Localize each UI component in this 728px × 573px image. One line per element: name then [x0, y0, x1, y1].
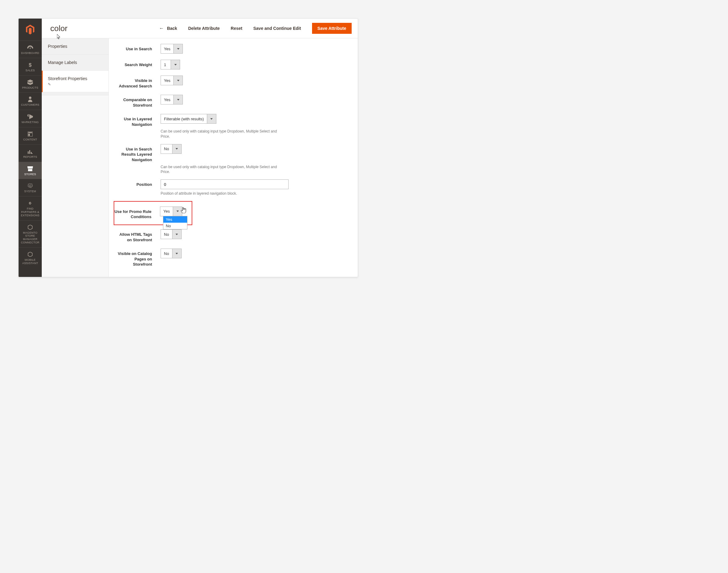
chevron-down-icon — [172, 249, 181, 258]
label-layered-navigation: Use in Layered Navigation — [115, 114, 160, 127]
select-value: Yes — [161, 95, 174, 104]
cursor-hand-icon — [181, 207, 186, 214]
svg-rect-5 — [28, 151, 29, 154]
chevron-down-icon — [174, 95, 183, 104]
label-search-weight: Search Weight — [115, 60, 160, 68]
svg-rect-8 — [32, 153, 33, 154]
delete-attribute-button[interactable]: Delete Attribute — [188, 26, 220, 31]
svg-text:$: $ — [29, 62, 32, 68]
tab-properties[interactable]: Properties — [42, 38, 108, 55]
gear-icon — [20, 183, 41, 189]
nav-sales[interactable]: $ SALES — [18, 58, 42, 75]
select-value: Yes — [161, 76, 174, 85]
nav-store-manager[interactable]: MAGENTO STORE MANAGER CONNECTOR — [18, 220, 42, 247]
tab-manage-labels[interactable]: Manage Labels — [42, 55, 108, 71]
field-search-results-layered: Use in Search Results Layered Navigation… — [115, 144, 346, 163]
select-value: Yes — [161, 44, 174, 53]
chevron-down-icon — [172, 144, 181, 154]
nav-label: SALES — [20, 69, 41, 72]
nav-find-partners[interactable]: FIND PARTNERS & EXTENSIONS — [18, 196, 42, 220]
nav-label: STORES — [20, 173, 41, 176]
select-value: Yes — [160, 207, 173, 216]
note-position: Position of attribute in layered navigat… — [160, 191, 286, 196]
content-area: Properties Manage Labels Storefront Prop… — [42, 38, 358, 277]
nav-marketing[interactable]: MARKETING — [18, 110, 42, 127]
megaphone-icon — [20, 114, 41, 120]
back-label: Back — [167, 26, 177, 31]
field-comparable-storefront: Comparable on Storefront Yes — [115, 95, 346, 108]
select-use-in-search[interactable]: Yes — [160, 44, 183, 54]
nav-label: PRODUCTS — [20, 86, 41, 90]
field-use-in-search: Use in Search Yes — [115, 44, 346, 54]
chevron-down-icon — [174, 76, 183, 85]
field-visible-catalog: Visible on Catalog Pages on Storefront N… — [115, 249, 346, 267]
nav-mobile-assistant[interactable]: MOBILE ASSISTANT — [18, 247, 42, 268]
form-panel: Use in Search Yes Search Weight 1 — [109, 38, 358, 277]
chevron-down-icon — [171, 60, 180, 69]
nav-label: FIND PARTNERS & EXTENSIONS — [20, 207, 41, 217]
option-yes[interactable]: Yes — [163, 216, 187, 223]
nav-content[interactable]: CONTENT — [18, 127, 42, 144]
svg-rect-3 — [28, 132, 32, 133]
nav-label: SYSTEM — [20, 190, 41, 193]
nav-dashboard[interactable]: DASHBOARD — [18, 41, 42, 58]
select-promo-rule[interactable]: Yes — [160, 207, 182, 216]
person-icon — [20, 96, 41, 102]
magento-logo-icon — [23, 21, 38, 38]
nav-stores[interactable]: STORES — [18, 162, 42, 179]
dollar-icon: $ — [20, 62, 41, 68]
select-search-results-layered[interactable]: No — [160, 144, 182, 154]
option-no[interactable]: No — [163, 223, 187, 229]
select-comparable-storefront[interactable]: Yes — [160, 95, 183, 104]
select-value: 1 — [161, 60, 171, 69]
cursor-arrow-icon — [57, 32, 61, 42]
chevron-down-icon — [174, 44, 183, 53]
gauge-icon — [20, 45, 41, 51]
nav-products[interactable]: PRODUCTS — [18, 75, 42, 93]
pencil-icon: ✎ — [48, 82, 102, 87]
label-comparable-storefront: Comparable on Storefront — [115, 95, 160, 108]
field-layered-navigation: Use in Layered Navigation Filterable (wi… — [115, 114, 346, 127]
note-layered-navigation: Can be used only with catalog input type… — [160, 129, 286, 139]
box-icon — [20, 79, 41, 85]
select-allow-html[interactable]: No — [160, 229, 182, 239]
page-title: color — [50, 24, 67, 33]
nav-label: REPORTS — [20, 155, 41, 159]
save-attribute-button[interactable]: Save Attribute — [312, 23, 352, 34]
header-actions: Back Delete Attribute Reset Save and Con… — [159, 23, 352, 34]
tabs-sidebar: Properties Manage Labels Storefront Prop… — [42, 38, 109, 277]
nav-label: CONTENT — [20, 138, 41, 141]
label-position: Position — [115, 179, 160, 187]
nav-label: MOBILE ASSISTANT — [20, 258, 41, 265]
label-visible-advanced-search: Visible in Advanced Search — [115, 75, 160, 89]
svg-rect-6 — [29, 150, 30, 154]
nav-system[interactable]: SYSTEM — [18, 179, 42, 196]
select-search-weight[interactable]: 1 — [160, 60, 180, 69]
nav-label: MAGENTO STORE MANAGER CONNECTOR — [20, 231, 41, 244]
chevron-down-icon — [207, 114, 216, 123]
label-visible-catalog: Visible on Catalog Pages on Storefront — [115, 249, 160, 267]
input-position[interactable] — [160, 179, 289, 189]
select-value: No — [161, 249, 172, 258]
nav-label: DASHBOARD — [20, 51, 41, 55]
nav-customers[interactable]: CUSTOMERS — [18, 92, 42, 110]
main-column: color Back Delete Attribute Reset Save a… — [42, 18, 358, 277]
tab-storefront-properties[interactable]: Storefront Properties ✎ — [42, 71, 108, 92]
save-continue-button[interactable]: Save and Continue Edit — [253, 26, 301, 31]
reset-button[interactable]: Reset — [231, 26, 242, 31]
field-allow-html: Allow HTML Tags on Storefront No — [115, 229, 346, 243]
select-value: No — [161, 230, 172, 239]
field-visible-advanced-search: Visible in Advanced Search Yes — [115, 75, 346, 89]
back-button[interactable]: Back — [159, 25, 177, 31]
select-layered-navigation[interactable]: Filterable (with results) — [160, 114, 216, 124]
nav-reports[interactable]: REPORTS — [18, 144, 42, 162]
svg-rect-7 — [31, 152, 32, 154]
select-value: No — [161, 144, 172, 154]
hexagon-icon — [20, 251, 41, 257]
page-title-text: color — [50, 24, 67, 33]
select-visible-advanced-search[interactable]: Yes — [160, 75, 183, 85]
field-search-weight: Search Weight 1 — [115, 60, 346, 69]
select-visible-catalog[interactable]: No — [160, 249, 182, 258]
nav-label: CUSTOMERS — [20, 103, 41, 107]
label-use-in-search: Use in Search — [115, 44, 160, 52]
